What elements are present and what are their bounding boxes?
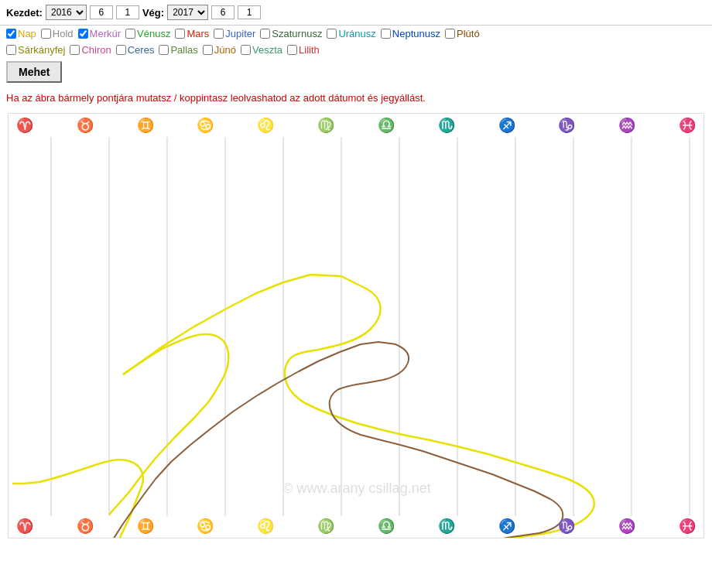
cb-mars: Mars	[175, 28, 209, 39]
year-end-select[interactable]: 2017 2018	[167, 5, 208, 20]
zodiac-bottom-pisces: ♓	[679, 518, 696, 535]
day-start-input[interactable]	[116, 5, 139, 19]
cb-neptunusz: Neptunusz	[381, 28, 440, 39]
check-jupiter[interactable]	[214, 29, 224, 39]
info-text: Ha az ábra bármely pontjára mutatsz / ko…	[0, 86, 712, 107]
check-mars[interactable]	[175, 29, 185, 39]
top-bar: Kezdet: 2016 2017 Vég: 2017 2018	[0, 0, 712, 26]
cb-hold: Hold	[41, 28, 74, 39]
cb-sarkany: Sárkányfej	[6, 44, 65, 56]
check-pluto[interactable]	[445, 29, 455, 39]
zodiac-bottom: ♈ ♉ ♊ ♋ ♌ ♍ ♎ ♏ ♐ ♑ ♒ ♓	[9, 518, 703, 535]
check-lilith[interactable]	[287, 45, 297, 55]
check-chiron[interactable]	[70, 45, 80, 55]
cb-chiron: Chiron	[70, 44, 111, 56]
cb-nap: Nap	[6, 28, 36, 39]
check-juno[interactable]	[203, 45, 213, 55]
zodiac-bottom-aquarius: ♒	[618, 518, 635, 535]
zodiac-bottom-taurus: ♉	[77, 518, 94, 535]
label-pallas: Pallas	[170, 44, 197, 56]
zodiac-bottom-cancer: ♋	[197, 518, 214, 535]
month-end-input[interactable]	[211, 5, 234, 19]
cb-juno: Júnó	[203, 44, 236, 56]
checkboxes-row2: Sárkányfej Chiron Ceres Pallas Júnó Vesz…	[0, 42, 712, 58]
label-lilith: Lilith	[299, 44, 320, 56]
label-merkur: Merkúr	[90, 28, 121, 39]
check-sarkany[interactable]	[6, 45, 16, 55]
mercury-path	[12, 342, 704, 538]
year-start-select[interactable]: 2016 2017	[46, 5, 87, 20]
month-start-input[interactable]	[90, 5, 113, 19]
check-nap[interactable]	[6, 29, 16, 39]
check-neptunusz[interactable]	[381, 29, 391, 39]
veg-label: Vég:	[142, 7, 164, 19]
cb-szaturnusz: Szaturnusz	[260, 28, 322, 39]
zodiac-bottom-capricorn: ♑	[558, 518, 575, 535]
label-pluto: Plútó	[457, 28, 480, 39]
label-juno: Júnó	[214, 44, 236, 56]
zodiac-bottom-virgo: ♍	[317, 518, 334, 535]
cb-veszta: Veszta	[241, 44, 282, 56]
cb-venusz: Vénusz	[125, 28, 170, 39]
cb-uranusz: Uránusz	[327, 28, 375, 39]
label-hold: Hold	[53, 28, 74, 39]
mehet-button[interactable]: Mehet	[6, 61, 62, 83]
label-szaturnusz: Szaturnusz	[272, 28, 322, 39]
zodiac-bottom-gemini: ♊	[137, 518, 154, 535]
label-jupiter: Jupiter	[225, 28, 255, 39]
check-veszta[interactable]	[241, 45, 251, 55]
label-venusz: Vénusz	[137, 28, 170, 39]
check-szaturnusz[interactable]	[260, 29, 270, 39]
watermark-text: © www.arany csillag.net	[282, 480, 430, 496]
label-mars: Mars	[187, 28, 209, 39]
label-neptunusz: Neptunusz	[392, 28, 440, 39]
label-sarkany: Sárkányfej	[18, 44, 65, 56]
kezdet-label: Kezdet:	[6, 7, 43, 19]
chart-svg: © www.arany csillag.net	[9, 114, 704, 538]
label-chiron: Chiron	[81, 44, 111, 56]
check-merkur[interactable]	[78, 29, 88, 39]
label-ceres: Ceres	[128, 44, 155, 56]
cb-jupiter: Jupiter	[214, 28, 255, 39]
cb-ceres: Ceres	[116, 44, 155, 56]
zodiac-bottom-aries: ♈	[16, 518, 33, 535]
cb-lilith: Lilith	[287, 44, 320, 56]
day-end-input[interactable]	[238, 5, 261, 19]
chart-area[interactable]: ♈ ♉ ♊ ♋ ♌ ♍ ♎ ♏ ♐ ♑ ♒ ♓	[8, 113, 704, 538]
zodiac-bottom-leo: ♌	[257, 518, 274, 535]
label-uranusz: Uránusz	[338, 28, 375, 39]
check-uranusz[interactable]	[327, 29, 337, 39]
check-pallas[interactable]	[159, 45, 169, 55]
sun-main	[123, 275, 704, 538]
check-hold[interactable]	[41, 29, 51, 39]
cb-pallas: Pallas	[159, 44, 197, 56]
zodiac-bottom-scorpio: ♏	[438, 518, 455, 535]
label-nap: Nap	[18, 28, 36, 39]
check-ceres[interactable]	[116, 45, 126, 55]
check-venusz[interactable]	[125, 29, 135, 39]
checkboxes-row1: Nap Hold Merkúr Vénusz Mars Jupiter Szat…	[0, 26, 712, 42]
cb-pluto: Plútó	[445, 28, 480, 39]
sun-path-2	[109, 334, 228, 514]
mehet-button-container: Mehet	[0, 58, 712, 86]
zodiac-bottom-sagittarius: ♐	[498, 518, 515, 535]
cb-merkur: Merkúr	[78, 28, 121, 39]
zodiac-bottom-libra: ♎	[378, 518, 395, 535]
label-veszta: Veszta	[252, 44, 282, 56]
